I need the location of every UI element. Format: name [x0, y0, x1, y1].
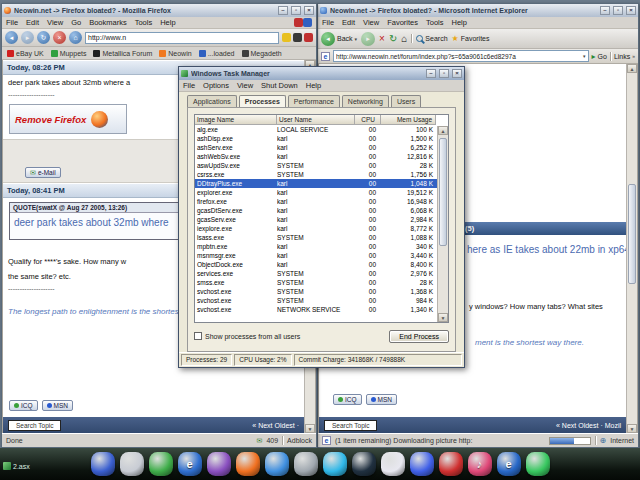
stop-button[interactable]: ×	[379, 33, 385, 45]
process-row[interactable]: svchost.exe SYSTEM 00 984 K	[195, 296, 437, 305]
process-row[interactable]: explorer.exe karl 00 19,512 K	[195, 188, 437, 197]
menu-item[interactable]: File	[6, 18, 18, 27]
process-row[interactable]: iexplore.exe karl 00 8,772 K	[195, 224, 437, 233]
menu-item[interactable]: View	[237, 81, 253, 90]
menu-item[interactable]: Tools	[135, 18, 153, 27]
adblock-status[interactable]: Adblock	[287, 437, 312, 444]
tab[interactable]: Users	[391, 95, 421, 107]
menu-item[interactable]: File	[322, 18, 334, 27]
tab[interactable]: Processes	[239, 95, 286, 107]
links-button[interactable]: Links »	[614, 53, 635, 60]
back-button[interactable]: ◂	[5, 31, 18, 44]
menu-item[interactable]: Bookmarks	[89, 18, 127, 27]
menu-item[interactable]: View	[363, 18, 379, 27]
process-row[interactable]: gcasDtServ.exe karl 00 6,068 K	[195, 206, 437, 215]
extension-icon[interactable]	[303, 18, 312, 27]
search-button[interactable]: Search	[416, 35, 447, 42]
column-header[interactable]: Image Name	[195, 115, 277, 125]
go-button[interactable]: ▸ Go	[592, 52, 607, 61]
dock-icon[interactable]	[439, 452, 463, 476]
tab[interactable]: Performance	[288, 95, 340, 107]
close-button[interactable]: ×	[452, 69, 462, 78]
address-field[interactable]: http://www.neowin.net/forum/index.php?s=…	[333, 50, 589, 62]
dock-icon[interactable]	[236, 452, 260, 476]
dropdown-icon[interactable]: ▾	[583, 53, 586, 59]
dock-icon[interactable]	[294, 452, 318, 476]
menu-item[interactable]: Help	[452, 18, 467, 27]
firefox-titlebar[interactable]: Neowin.net -> Firefox bloated? - Mozilla…	[2, 4, 316, 17]
tab[interactable]: Networking	[342, 95, 389, 107]
dock-icon[interactable]: e	[497, 452, 521, 476]
process-row[interactable]: services.exe SYSTEM 00 2,976 K	[195, 269, 437, 278]
maximize-button[interactable]: ▫	[439, 69, 449, 78]
bookmark-item[interactable]: Megadeth	[242, 50, 282, 57]
dock-icon[interactable]: ♪	[468, 452, 492, 476]
extension-icon[interactable]	[282, 33, 291, 42]
menu-item[interactable]: Options	[203, 81, 229, 90]
email-button[interactable]: ✉ e-Mail	[25, 167, 61, 178]
reload-button[interactable]: ↻	[37, 31, 50, 44]
dock-icon[interactable]	[410, 452, 434, 476]
minimize-button[interactable]: –	[278, 6, 288, 15]
scrollbar-thumb[interactable]	[439, 138, 447, 246]
back-button[interactable]: ◂ Back ▾	[321, 32, 357, 46]
process-row[interactable]: ashWebSv.exe karl 00 12,816 K	[195, 152, 437, 161]
next-oldest-link[interactable]: « Next Oldest ·	[252, 422, 299, 429]
menu-item[interactable]: Tools	[426, 18, 444, 27]
bookmark-item[interactable]: Metallica Forum	[93, 50, 152, 57]
process-row[interactable]: mpbtn.exe karl 00 340 K	[195, 242, 437, 251]
menu-item[interactable]: Help	[160, 18, 175, 27]
bookmark-item[interactable]: Muppets	[51, 50, 87, 57]
scrollbar-thumb[interactable]	[628, 184, 636, 284]
bookmark-item[interactable]: eBay UK	[7, 50, 44, 57]
msn-button[interactable]: MSN	[366, 394, 397, 405]
bookmark-item[interactable]: ...loaded	[199, 50, 235, 57]
menu-item[interactable]: View	[47, 18, 63, 27]
minimize-button[interactable]: –	[426, 69, 436, 78]
process-row[interactable]: gcasServ.exe karl 00 2,984 K	[195, 215, 437, 224]
search-topic-button[interactable]: Search Topic	[8, 420, 61, 431]
close-button[interactable]: ×	[626, 6, 636, 15]
dock-icon[interactable]	[149, 452, 173, 476]
msn-button[interactable]: MSN	[42, 400, 73, 411]
dock-icon[interactable]: e	[178, 452, 202, 476]
menu-item[interactable]: Shut Down	[261, 81, 298, 90]
scroll-down-icon[interactable]: ▼	[627, 424, 637, 433]
taskbar-item[interactable]: 2.asx	[3, 462, 30, 470]
dock-icon[interactable]	[526, 452, 550, 476]
process-row[interactable]: svchost.exe NETWORK SERVICE 00 1,340 K	[195, 305, 437, 314]
process-row[interactable]: csrss.exe SYSTEM 00 1,756 K	[195, 170, 437, 179]
dock-icon[interactable]	[381, 452, 405, 476]
task-manager-titlebar[interactable]: Windows Task Manager – ▫ ×	[179, 67, 464, 80]
process-row[interactable]: DDtrayPlus.exe karl 00 1,048 K	[195, 179, 437, 188]
mail-icon[interactable]: ✉	[257, 437, 263, 445]
process-row[interactable]: alg.exe LOCAL SERVICE 00 100 K	[195, 125, 437, 134]
process-row[interactable]: ashDisp.exe karl 00 1,500 K	[195, 134, 437, 143]
extension-icon[interactable]	[304, 33, 313, 42]
scrollbar[interactable]: ▲ ▼	[626, 64, 637, 433]
minimize-button[interactable]: –	[600, 6, 610, 15]
home-button[interactable]: ⌂	[69, 31, 82, 44]
dock-icon[interactable]	[265, 452, 289, 476]
ie-titlebar[interactable]: Neowin.net -> Firefox bloated? - Microso…	[318, 4, 638, 17]
remove-firefox-banner[interactable]: Remove Firefox	[9, 104, 127, 134]
extension-icon[interactable]	[293, 33, 302, 42]
scroll-down-icon[interactable]: ▼	[438, 313, 448, 322]
show-all-users-checkbox[interactable]: Show processes from all users	[194, 332, 300, 340]
column-header[interactable]: Mem Usage	[381, 115, 436, 125]
stop-button[interactable]: ×	[53, 31, 66, 44]
home-button[interactable]: ⌂	[401, 33, 407, 45]
menu-item[interactable]: Help	[306, 81, 321, 90]
icq-button[interactable]: ICQ	[333, 394, 362, 405]
tab[interactable]: Applications	[187, 95, 237, 107]
process-row[interactable]: smss.exe SYSTEM 00 28 K	[195, 278, 437, 287]
forward-button[interactable]: ▸	[361, 32, 375, 46]
menu-item[interactable]: Edit	[26, 18, 39, 27]
url-field[interactable]: http://www.n	[85, 32, 279, 44]
scroll-down-icon[interactable]: ▼	[305, 424, 315, 433]
process-row[interactable]: ObjectDock.exe karl 00 8,400 K	[195, 260, 437, 269]
menu-item[interactable]: Edit	[342, 18, 355, 27]
menu-item[interactable]: Favorites	[387, 18, 418, 27]
menu-item[interactable]: File	[183, 81, 195, 90]
adblock-icon[interactable]	[294, 18, 303, 27]
